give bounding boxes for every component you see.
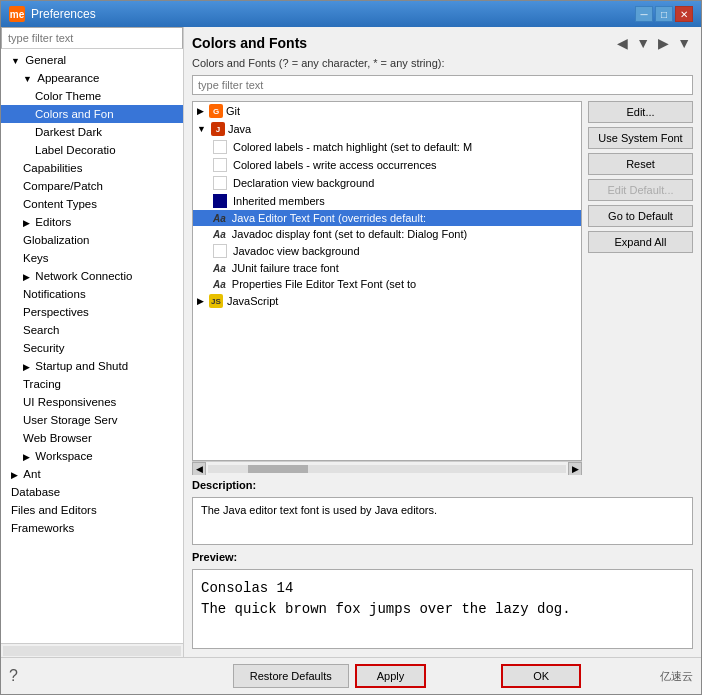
sidebar-item-appearance[interactable]: Appearance <box>1 69 183 87</box>
panel-title: Colors and Fonts <box>192 35 307 51</box>
font-tree-item-inherited[interactable]: Inherited members <box>193 192 581 210</box>
font-tree-item-javadoc-display[interactable]: Aa Javadoc display font (set to default:… <box>193 226 581 242</box>
javascript-icon: JS <box>209 294 223 308</box>
font-tree-label: Declaration view background <box>233 177 374 189</box>
content-area: General Appearance Color Theme Colors an… <box>1 27 701 657</box>
sidebar-item-ui-responsiveness[interactable]: UI Responsivenes <box>1 393 183 411</box>
sidebar-item-workspace[interactable]: Workspace <box>1 447 183 465</box>
app-icon: me <box>9 6 25 22</box>
font-tree-label: Git <box>226 105 240 117</box>
ok-button[interactable]: OK <box>501 664 581 688</box>
sidebar-item-perspectives[interactable]: Perspectives <box>1 303 183 321</box>
sidebar-item-user-storage[interactable]: User Storage Serv <box>1 411 183 429</box>
font-tree-item-colored-write[interactable]: Colored labels - write access occurrence… <box>193 156 581 174</box>
sidebar-scrollbar[interactable] <box>3 646 181 656</box>
sidebar-item-search[interactable]: Search <box>1 321 183 339</box>
bottom-bar: ? Restore Defaults Apply OK 亿速云 <box>1 657 701 694</box>
font-tree: G Git J Java Colored labels - match <box>192 101 582 461</box>
panel-filter <box>192 75 693 95</box>
font-tree-item-declaration-view[interactable]: Declaration view background <box>193 174 581 192</box>
color-swatch-icon <box>213 158 227 172</box>
main-panel: Colors and Fonts ◀ ▼ ▶ ▼ Colors and Font… <box>184 27 701 657</box>
restore-defaults-button[interactable]: Restore Defaults <box>233 664 349 688</box>
font-tree-item-java[interactable]: J Java <box>193 120 581 138</box>
sidebar-item-general[interactable]: General <box>1 51 183 69</box>
triangle-icon <box>23 362 30 372</box>
description-box: The Java editor text font is used by Jav… <box>192 497 693 545</box>
minimize-button[interactable]: ─ <box>635 6 653 22</box>
help-icon[interactable]: ? <box>9 667 18 685</box>
sidebar-item-editors[interactable]: Editors <box>1 213 183 231</box>
sidebar-item-database[interactable]: Database <box>1 483 183 501</box>
sidebar-item-files-and-editors[interactable]: Files and Editors <box>1 501 183 519</box>
nav-forward-button[interactable]: ▶ <box>656 35 671 51</box>
hscrollbar-track[interactable] <box>208 465 566 473</box>
sidebar-item-tracing[interactable]: Tracing <box>1 375 183 393</box>
side-buttons: Edit... Use System Font Reset Edit Defau… <box>588 101 693 475</box>
sidebar-item-network-connections[interactable]: Network Connectio <box>1 267 183 285</box>
font-tree-item-java-editor-text[interactable]: Aa Java Editor Text Font (overrides defa… <box>193 210 581 226</box>
go-to-default-button[interactable]: Go to Default <box>588 205 693 227</box>
sidebar-item-security[interactable]: Security <box>1 339 183 357</box>
sidebar-item-content-types[interactable]: Content Types <box>1 195 183 213</box>
font-tree-item-colored-match[interactable]: Colored labels - match highlight (set to… <box>193 138 581 156</box>
nav-forward-dropdown-button[interactable]: ▼ <box>675 35 693 51</box>
window-title: Preferences <box>31 7 96 21</box>
maximize-button[interactable]: □ <box>655 6 673 22</box>
triangle-icon <box>23 452 30 462</box>
apply-button[interactable]: Apply <box>355 664 427 688</box>
sidebar-item-notifications[interactable]: Notifications <box>1 285 183 303</box>
preview-line1: Consolas 14 <box>201 578 684 599</box>
font-tree-item-javascript[interactable]: JS JavaScript <box>193 292 581 310</box>
color-swatch-icon <box>213 140 227 154</box>
sidebar-item-colors-and-fonts[interactable]: Colors and Fon <box>1 105 183 123</box>
hscrollbar-thumb[interactable] <box>248 465 308 473</box>
java-icon: J <box>211 122 225 136</box>
panel-body: G Git J Java Colored labels - match <box>192 101 693 475</box>
preview-box: Consolas 14 The quick brown fox jumps ov… <box>192 569 693 649</box>
sidebar-item-darkest-dark[interactable]: Darkest Dark <box>1 123 183 141</box>
font-tree-item-properties[interactable]: Aa Properties File Editor Text Font (set… <box>193 276 581 292</box>
nav-dropdown-button[interactable]: ▼ <box>634 35 652 51</box>
sidebar-item-capabilities[interactable]: Capabilities <box>1 159 183 177</box>
font-tree-hscrollbar[interactable]: ◀ ▶ <box>192 461 582 475</box>
sidebar-item-compare-patch[interactable]: Compare/Patch <box>1 177 183 195</box>
font-tree-item-git[interactable]: G Git <box>193 102 581 120</box>
preferences-window: me Preferences ─ □ ✕ General Appearance <box>0 0 702 695</box>
sidebar: General Appearance Color Theme Colors an… <box>1 27 184 657</box>
sidebar-item-web-browser[interactable]: Web Browser <box>1 429 183 447</box>
font-tree-label: Properties File Editor Text Font (set to <box>232 278 416 290</box>
sidebar-item-startup[interactable]: Startup and Shutd <box>1 357 183 375</box>
nav-back-button[interactable]: ◀ <box>615 35 630 51</box>
aa-font-icon: Aa <box>213 279 226 290</box>
font-tree-label: Java Editor Text Font (overrides default… <box>232 212 426 224</box>
color-swatch-icon <box>213 244 227 258</box>
triangle-icon <box>11 470 18 480</box>
description-text: The Java editor text font is used by Jav… <box>201 504 437 516</box>
font-tree-item-javadoc-bg[interactable]: Javadoc view background <box>193 242 581 260</box>
sidebar-item-keys[interactable]: Keys <box>1 249 183 267</box>
title-bar: me Preferences ─ □ ✕ <box>1 1 701 27</box>
edit-default-button[interactable]: Edit Default... <box>588 179 693 201</box>
sidebar-item-frameworks[interactable]: Frameworks <box>1 519 183 537</box>
sidebar-item-globalization[interactable]: Globalization <box>1 231 183 249</box>
sidebar-filter-input[interactable] <box>1 27 183 49</box>
reset-button[interactable]: Reset <box>588 153 693 175</box>
edit-button[interactable]: Edit... <box>588 101 693 123</box>
panel-filter-input[interactable] <box>192 75 693 95</box>
font-tree-label: Colored labels - write access occurrence… <box>233 159 437 171</box>
font-tree-label: Inherited members <box>233 195 325 207</box>
expand-all-button[interactable]: Expand All <box>588 231 693 253</box>
sidebar-item-color-theme[interactable]: Color Theme <box>1 87 183 105</box>
font-tree-item-junit[interactable]: Aa JUnit failure trace font <box>193 260 581 276</box>
triangle-icon <box>23 74 32 84</box>
window-controls: ─ □ ✕ <box>635 6 693 22</box>
triangle-icon <box>11 56 20 66</box>
sidebar-item-ant[interactable]: Ant <box>1 465 183 483</box>
close-button[interactable]: ✕ <box>675 6 693 22</box>
triangle-icon <box>197 296 204 306</box>
aa-font-icon: Aa <box>213 229 226 240</box>
sidebar-item-label-decorations[interactable]: Label Decoratio <box>1 141 183 159</box>
use-system-font-button[interactable]: Use System Font <box>588 127 693 149</box>
font-tree-label: Java <box>228 123 251 135</box>
